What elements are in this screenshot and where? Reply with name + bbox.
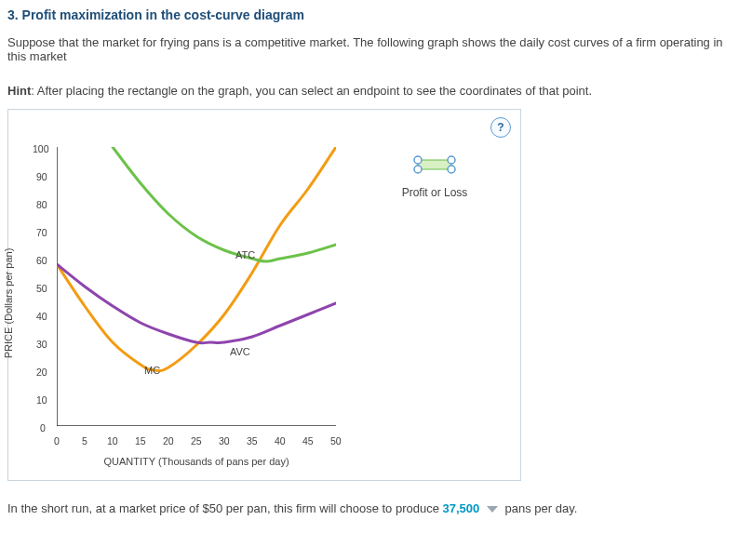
hint-line: Hint: After placing the rectangle on the… — [7, 84, 745, 98]
y-tick: 10 — [36, 394, 47, 406]
y-tick: 100 — [33, 143, 49, 154]
curve-mc — [57, 147, 336, 371]
curve-atc — [113, 147, 336, 261]
hint-text: : After placing the rectangle on the gra… — [31, 84, 592, 98]
svg-marker-29 — [487, 506, 498, 513]
help-button[interactable]: ? — [490, 117, 511, 138]
x-tick: 25 — [191, 435, 202, 447]
section-heading: 3. Profit maximization in the cost-curve… — [7, 7, 745, 22]
x-tick: 5 — [82, 435, 87, 447]
legend-label: Profit or Loss — [369, 186, 500, 199]
y-tick: 60 — [36, 255, 47, 266]
intro-text: Suppose that the market for frying pans … — [7, 35, 745, 63]
svg-point-26 — [448, 156, 455, 164]
x-tick: 45 — [302, 435, 314, 447]
hint-label: Hint — [7, 84, 31, 98]
svg-point-27 — [414, 166, 422, 173]
x-tick: 10 — [107, 435, 118, 447]
answer-dropdown[interactable]: 37,500 — [443, 501, 480, 515]
x-axis-title: QUANTITY (Thousands of pans per day) — [57, 456, 336, 467]
x-tick: 15 — [135, 435, 146, 447]
graph-container: ? PRICE (Dollars per pan) 0 10 20 30 40 … — [7, 109, 521, 481]
x-tick: 20 — [163, 435, 174, 447]
x-tick: 35 — [247, 435, 258, 447]
graph-area[interactable]: PRICE (Dollars per pan) 0 10 20 30 40 50… — [20, 136, 362, 471]
answer-prefix: In the short run, at a market price of $… — [7, 501, 443, 515]
plot-svg-wrapper[interactable]: ATC AVC MC — [57, 147, 336, 426]
legend-panel: Profit or Loss — [369, 154, 500, 199]
x-tick: 40 — [275, 435, 286, 447]
chevron-down-icon[interactable] — [487, 506, 498, 513]
profit-loss-tool[interactable] — [369, 154, 500, 175]
rectangle-tool-icon — [410, 154, 460, 175]
mc-label: MC — [144, 365, 160, 376]
curve-avc — [57, 264, 336, 343]
y-tick: 80 — [36, 199, 47, 210]
y-axis-title: PRICE (Dollars per pan) — [3, 248, 14, 359]
svg-point-25 — [414, 156, 422, 164]
avc-label: AVC — [230, 346, 250, 357]
svg-point-28 — [448, 166, 455, 173]
y-tick: 90 — [36, 171, 47, 182]
x-tick: 0 — [54, 435, 60, 447]
y-tick: 30 — [36, 339, 47, 350]
x-tick: 50 — [330, 435, 342, 447]
answer-sentence: In the short run, at a market price of $… — [7, 501, 745, 515]
answer-suffix: pans per day. — [505, 501, 578, 515]
y-tick: 20 — [36, 367, 47, 378]
atc-label: ATC — [235, 249, 255, 260]
y-tick: 50 — [36, 283, 47, 294]
svg-rect-24 — [418, 160, 451, 169]
y-tick: 0 — [40, 422, 46, 433]
y-tick: 40 — [36, 311, 47, 322]
plot-svg[interactable] — [57, 147, 336, 426]
y-tick: 70 — [36, 227, 47, 238]
x-tick: 30 — [219, 435, 230, 447]
